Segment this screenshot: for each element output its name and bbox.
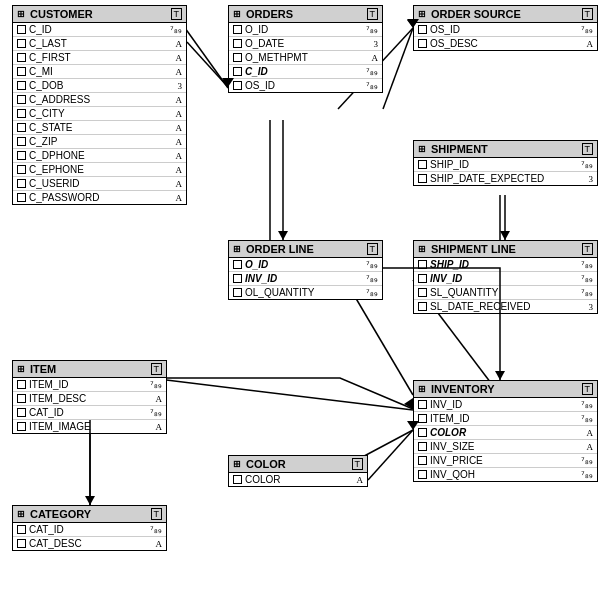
field-name: O_ID	[245, 24, 363, 35]
table-row: INV_PRICE ⁷₈₉	[414, 454, 597, 468]
table-row: C_PASSWORD A	[13, 191, 186, 204]
item-header: ⊞ ITEM T	[13, 361, 166, 378]
field-type: A	[372, 53, 379, 63]
table-row: SHIP_ID ⁷₈₉	[414, 258, 597, 272]
table-icon: ⊞	[418, 384, 426, 394]
field-name: C_LAST	[29, 38, 173, 49]
field-name: O_ID	[245, 259, 363, 270]
field-type: ⁷₈₉	[581, 456, 593, 466]
svg-marker-22	[85, 496, 95, 505]
field-type: ⁷₈₉	[581, 160, 593, 170]
ordersource-badge: T	[582, 8, 594, 20]
field-checkbox	[17, 151, 26, 160]
table-row: C_DOB 3	[13, 79, 186, 93]
field-type: ⁷₈₉	[581, 274, 593, 284]
field-checkbox	[418, 25, 427, 34]
table-row: ITEM_ID ⁷₈₉	[13, 378, 166, 392]
field-checkbox	[233, 39, 242, 48]
item-table: ⊞ ITEM T ITEM_ID ⁷₈₉ ITEM_DESC A CAT_ID …	[12, 360, 167, 434]
table-row: INV_SIZE A	[414, 440, 597, 454]
color-badge: T	[352, 458, 364, 470]
orders-title: ORDERS	[246, 8, 293, 20]
field-checkbox	[418, 274, 427, 283]
field-type: A	[156, 394, 163, 404]
item-badge: T	[151, 363, 163, 375]
field-type: A	[176, 137, 183, 147]
field-name: ITEM_DESC	[29, 393, 153, 404]
field-type: 3	[178, 81, 183, 91]
table-row: C_ID ⁷₈₉	[229, 65, 382, 79]
field-checkbox	[233, 260, 242, 269]
customer-header: ⊞ CUSTOMER T	[13, 6, 186, 23]
field-type: ⁷₈₉	[581, 414, 593, 424]
field-name: O_METHPMT	[245, 52, 369, 63]
field-type: ⁷₈₉	[581, 288, 593, 298]
table-row: C_DPHONE A	[13, 149, 186, 163]
field-name: SHIP_ID	[430, 259, 578, 270]
table-row: SHIP_ID ⁷₈₉	[414, 158, 597, 172]
field-checkbox	[17, 39, 26, 48]
field-checkbox	[418, 400, 427, 409]
field-name: ITEM_IMAGE	[29, 421, 153, 432]
field-type: A	[176, 151, 183, 161]
table-row: C_FIRST A	[13, 51, 186, 65]
table-row: SL_QUANTITY ⁷₈₉	[414, 286, 597, 300]
field-type: ⁷₈₉	[366, 67, 378, 77]
table-row: C_EPHONE A	[13, 163, 186, 177]
table-icon: ⊞	[233, 9, 241, 19]
field-checkbox	[17, 539, 26, 548]
table-row: O_ID ⁷₈₉	[229, 258, 382, 272]
table-icon: ⊞	[233, 244, 241, 254]
field-name: C_ZIP	[29, 136, 173, 147]
category-badge: T	[151, 508, 163, 520]
field-checkbox	[233, 25, 242, 34]
field-checkbox	[17, 408, 26, 417]
field-name: SL_DATE_RECEIVED	[430, 301, 586, 312]
table-row: C_CITY A	[13, 107, 186, 121]
erd-diagram: ⊞ CUSTOMER T C_ID ⁷₈₉ C_LAST A C_FIRST A…	[0, 0, 611, 596]
field-name: C_USERID	[29, 178, 173, 189]
field-checkbox	[233, 288, 242, 297]
table-row: OS_DESC A	[414, 37, 597, 50]
svg-line-6	[150, 378, 413, 410]
table-row: SL_DATE_RECEIVED 3	[414, 300, 597, 313]
table-row: C_MI A	[13, 65, 186, 79]
field-checkbox	[17, 109, 26, 118]
table-row: INV_QOH ⁷₈₉	[414, 468, 597, 481]
field-name: SHIP_DATE_EXPECTED	[430, 173, 586, 184]
table-row: ITEM_DESC A	[13, 392, 166, 406]
field-checkbox	[17, 137, 26, 146]
field-type: ⁷₈₉	[581, 260, 593, 270]
field-type: A	[156, 539, 163, 549]
table-row: C_ADDRESS A	[13, 93, 186, 107]
field-checkbox	[233, 67, 242, 76]
table-row: ITEM_IMAGE A	[13, 420, 166, 433]
field-checkbox	[418, 174, 427, 183]
field-name: INV_SIZE	[430, 441, 584, 452]
table-row: C_USERID A	[13, 177, 186, 191]
svg-line-12	[383, 28, 413, 109]
field-name: SL_QUANTITY	[430, 287, 578, 298]
field-checkbox	[418, 414, 427, 423]
category-table: ⊞ CATEGORY T CAT_ID ⁷₈₉ CAT_DESC A	[12, 505, 167, 551]
customer-table: ⊞ CUSTOMER T C_ID ⁷₈₉ C_LAST A C_FIRST A…	[12, 5, 187, 205]
color-title: COLOR	[246, 458, 286, 470]
svg-line-11	[187, 42, 228, 87]
table-row: CAT_DESC A	[13, 537, 166, 550]
field-name: C_FIRST	[29, 52, 173, 63]
field-name: C_ID	[245, 66, 363, 77]
table-row: COLOR A	[229, 473, 367, 486]
field-type: ⁷₈₉	[170, 25, 182, 35]
field-checkbox	[418, 470, 427, 479]
table-row: OS_ID ⁷₈₉	[229, 79, 382, 92]
table-row: CAT_ID ⁷₈₉	[13, 406, 166, 420]
field-name: ITEM_ID	[430, 413, 578, 424]
field-checkbox	[418, 260, 427, 269]
field-type: ⁷₈₉	[366, 288, 378, 298]
field-name: COLOR	[430, 427, 584, 438]
item-title: ITEM	[30, 363, 56, 375]
field-type: A	[176, 109, 183, 119]
field-type: ⁷₈₉	[581, 470, 593, 480]
orderline-title: ORDER LINE	[246, 243, 314, 255]
field-checkbox	[17, 525, 26, 534]
